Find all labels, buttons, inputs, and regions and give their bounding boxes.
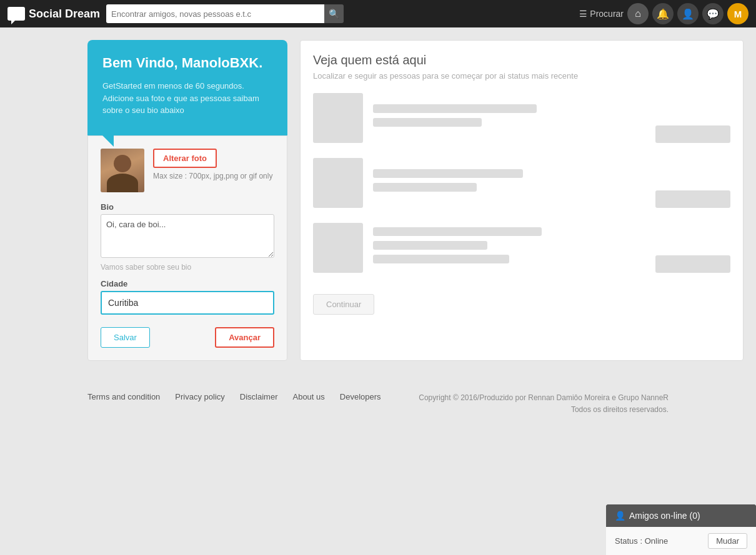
user-avatar-button[interactable]: M <box>727 3 749 24</box>
welcome-title: Bem Vindo, ManoloBXK. <box>102 55 272 71</box>
messages-button[interactable]: 💬 <box>702 3 724 24</box>
footer: Terms and condition Privacy policy Discl… <box>0 380 756 428</box>
skel-lines-1 <box>373 104 645 132</box>
avatar-initial: M <box>734 9 742 19</box>
cidade-label: Cidade <box>101 279 274 288</box>
friends-icon: 👤 <box>615 511 625 521</box>
navbar: Social Dream 🔍 ☰ Procurar ⌂ 🔔 👤 💬 M <box>0 0 756 27</box>
hamburger-icon: ☰ <box>579 9 587 19</box>
welcome-subtitle: GetStarted em menos de 60 segundos. Adic… <box>102 80 272 117</box>
friends-bar-header[interactable]: 👤 Amigos on-line (0) <box>606 504 756 527</box>
brand-logo[interactable]: Social Dream <box>7 7 100 21</box>
footer-link-disclaimer[interactable]: Disclaimer <box>240 392 278 401</box>
main-content: Bem Vindo, ManoloBXK. GetStarted em meno… <box>0 27 756 373</box>
procurar-label: Procurar <box>590 9 624 19</box>
skel-line <box>373 118 482 127</box>
procurar-menu[interactable]: ☰ Procurar <box>579 9 624 19</box>
salvar-button[interactable]: Salvar <box>101 327 150 348</box>
bio-hint: Vamos saber sobre seu bio <box>101 263 274 272</box>
card-actions: Salvar Avançar <box>101 327 274 348</box>
footer-link-terms[interactable]: Terms and condition <box>87 392 160 401</box>
avatar-image <box>101 149 144 192</box>
friends-bar: 👤 Amigos on-line (0) Status : Online Mud… <box>606 504 756 555</box>
left-panel: Bem Vindo, ManoloBXK. GetStarted em meno… <box>87 40 287 361</box>
skel-follow-btn-2 <box>655 190 730 208</box>
search-input[interactable] <box>106 4 324 23</box>
skel-line <box>373 183 477 192</box>
skel-line <box>373 169 523 178</box>
continuar-button[interactable]: Continuar <box>313 294 374 315</box>
copyright-line1: Copyright © 2016/Produzido por Rennan Da… <box>419 393 669 402</box>
skel-follow-btn-3 <box>655 255 730 273</box>
skeleton-row-2 <box>313 158 730 208</box>
photo-hint: Max size : 700px, jpg,png or gif only <box>153 172 272 180</box>
friends-button[interactable]: 👤 <box>677 3 699 24</box>
friends-bar-title: Amigos on-line (0) <box>629 511 700 521</box>
footer-links: Terms and condition Privacy policy Discl… <box>87 392 381 401</box>
right-panel: Veja quem está aqui Localizar e seguir a… <box>300 40 744 361</box>
skel-line <box>373 104 537 113</box>
bio-label: Bio <box>101 202 274 212</box>
skeleton-row-1 <box>313 93 730 143</box>
status-text: Status : Online <box>615 536 668 546</box>
photo-row: Alterar foto Max size : 700px, jpg,png o… <box>101 149 274 192</box>
skel-lines-3 <box>373 227 645 268</box>
skeleton-row-3 <box>313 223 730 273</box>
bio-textarea[interactable]: Oi, cara de boi... <box>101 214 274 258</box>
home-button[interactable]: ⌂ <box>627 3 649 24</box>
navbar-right: ☰ Procurar ⌂ 🔔 👤 💬 M <box>579 3 749 24</box>
footer-link-about[interactable]: About us <box>292 392 324 401</box>
right-subtitle: Localizar e seguir as pessoas para se co… <box>313 71 730 81</box>
brand-name: Social Dream <box>29 7 100 21</box>
brand-icon <box>7 7 25 21</box>
search-button[interactable]: 🔍 <box>324 4 344 23</box>
skel-lines-2 <box>373 169 645 197</box>
cidade-input[interactable] <box>101 291 274 315</box>
profile-card: Alterar foto Max size : 700px, jpg,png o… <box>87 135 287 361</box>
skel-avatar-3 <box>313 223 363 273</box>
search-bar: 🔍 <box>106 4 344 23</box>
footer-link-developers[interactable]: Developers <box>340 392 381 401</box>
mudar-button[interactable]: Mudar <box>708 533 747 549</box>
skel-line <box>373 227 542 236</box>
skel-line <box>373 255 509 263</box>
footer-link-privacy[interactable]: Privacy policy <box>175 392 224 401</box>
alterar-foto-button[interactable]: Alterar foto <box>153 149 217 168</box>
friends-bar-body: Status : Online Mudar <box>606 527 756 555</box>
skel-follow-btn-1 <box>655 125 730 143</box>
footer-copyright: Copyright © 2016/Produzido por Rennan Da… <box>419 392 669 416</box>
skel-avatar-2 <box>313 158 363 208</box>
skel-line <box>373 241 487 250</box>
right-title: Veja quem está aqui <box>313 53 730 67</box>
skel-avatar-1 <box>313 93 363 143</box>
avancar-button[interactable]: Avançar <box>215 327 274 348</box>
user-avatar <box>101 149 144 192</box>
welcome-bubble: Bem Vindo, ManoloBXK. GetStarted em meno… <box>87 40 287 135</box>
notifications-button[interactable]: 🔔 <box>652 3 674 24</box>
photo-info: Alterar foto Max size : 700px, jpg,png o… <box>153 149 272 180</box>
copyright-line2: Todos os direitos reservados. <box>571 405 669 414</box>
